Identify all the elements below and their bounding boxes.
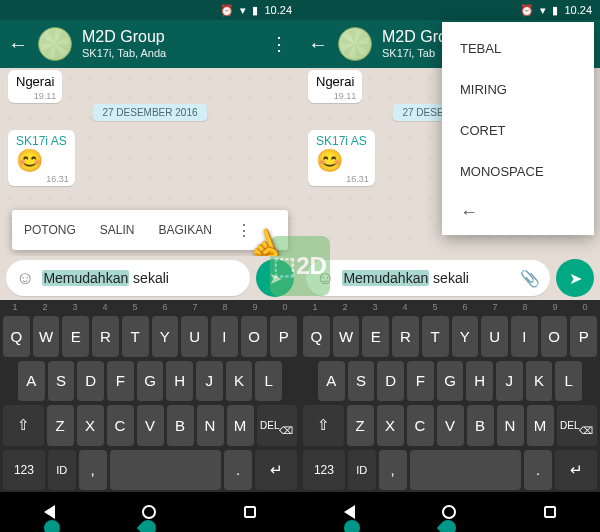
key-s[interactable]: S xyxy=(348,361,375,402)
key-q[interactable]: Q xyxy=(303,316,330,357)
key-o[interactable]: O xyxy=(541,316,568,357)
key-z[interactable]: Z xyxy=(47,405,74,446)
format-strike[interactable]: CORET xyxy=(442,110,594,151)
format-bold[interactable]: TEBAL xyxy=(442,28,594,69)
key-r[interactable]: R xyxy=(392,316,419,357)
send-button[interactable]: ➤ xyxy=(556,259,594,297)
key-enter[interactable]: ↵ xyxy=(555,450,597,491)
key-delete[interactable]: DEL⌫ xyxy=(557,405,598,446)
key-n[interactable]: N xyxy=(497,405,524,446)
keyboard: 1234567890 QWERTYUIOP ASDFGHJKL ⇧ ZXCVBN… xyxy=(300,300,600,492)
key-h[interactable]: H xyxy=(466,361,493,402)
key-l[interactable]: L xyxy=(255,361,282,402)
key-shift[interactable]: ⇧ xyxy=(3,405,44,446)
key-t[interactable]: T xyxy=(122,316,149,357)
key-t[interactable]: T xyxy=(422,316,449,357)
back-nav-icon[interactable] xyxy=(344,505,355,519)
key-a[interactable]: A xyxy=(18,361,45,402)
key-p[interactable]: P xyxy=(270,316,297,357)
key-l[interactable]: L xyxy=(555,361,582,402)
more-icon[interactable]: ⋮ xyxy=(266,33,292,55)
key-space[interactable] xyxy=(110,450,222,491)
key-a[interactable]: A xyxy=(318,361,345,402)
key-shift[interactable]: ⇧ xyxy=(303,405,344,446)
key-dot[interactable]: . xyxy=(224,450,252,491)
key-v[interactable]: V xyxy=(137,405,164,446)
key-g[interactable]: G xyxy=(437,361,464,402)
key-w[interactable]: W xyxy=(33,316,60,357)
key-numbers[interactable]: 123 xyxy=(303,450,345,491)
key-comma[interactable]: , xyxy=(79,450,107,491)
key-n[interactable]: N xyxy=(197,405,224,446)
back-nav-icon[interactable] xyxy=(44,505,55,519)
key-k[interactable]: K xyxy=(526,361,553,402)
key-o[interactable]: O xyxy=(241,316,268,357)
title-block[interactable]: M2D Group SK17i, Tab, Anda xyxy=(82,28,256,59)
home-nav-icon[interactable] xyxy=(142,505,156,519)
key-y[interactable]: Y xyxy=(452,316,479,357)
key-s[interactable]: S xyxy=(48,361,75,402)
key-lang[interactable]: ID xyxy=(48,450,76,491)
back-icon[interactable]: ← xyxy=(308,33,328,56)
key-e[interactable]: E xyxy=(62,316,89,357)
key-c[interactable]: C xyxy=(107,405,134,446)
key-f[interactable]: F xyxy=(407,361,434,402)
key-u[interactable]: U xyxy=(181,316,208,357)
message-text: Ngerai xyxy=(316,74,354,89)
back-icon[interactable]: ← xyxy=(8,33,28,56)
key-d[interactable]: D xyxy=(77,361,104,402)
key-g[interactable]: G xyxy=(137,361,164,402)
key-numbers[interactable]: 123 xyxy=(3,450,45,491)
key-j[interactable]: J xyxy=(196,361,223,402)
attach-icon[interactable]: 📎 xyxy=(520,269,540,288)
key-delete[interactable]: DEL⌫ xyxy=(257,405,298,446)
key-d[interactable]: D xyxy=(377,361,404,402)
key-comma[interactable]: , xyxy=(379,450,407,491)
key-h[interactable]: H xyxy=(166,361,193,402)
key-b[interactable]: B xyxy=(167,405,194,446)
key-x[interactable]: X xyxy=(377,405,404,446)
key-m[interactable]: M xyxy=(527,405,554,446)
key-z[interactable]: Z xyxy=(347,405,374,446)
copy-button[interactable]: SALIN xyxy=(88,223,147,237)
key-x[interactable]: X xyxy=(77,405,104,446)
cut-button[interactable]: POTONG xyxy=(12,223,88,237)
key-e[interactable]: E xyxy=(362,316,389,357)
key-y[interactable]: Y xyxy=(152,316,179,357)
status-bar: ⏰ ▾ ▮ 10.24 xyxy=(0,0,300,20)
share-button[interactable]: BAGIKAN xyxy=(146,223,223,237)
key-i[interactable]: I xyxy=(511,316,538,357)
recents-nav-icon[interactable] xyxy=(244,506,256,518)
key-c[interactable]: C xyxy=(407,405,434,446)
key-q[interactable]: Q xyxy=(3,316,30,357)
avatar[interactable] xyxy=(38,27,72,61)
format-italic[interactable]: MIRING xyxy=(442,69,594,110)
key-space[interactable] xyxy=(410,450,522,491)
key-lang[interactable]: ID xyxy=(348,450,376,491)
recents-nav-icon[interactable] xyxy=(544,506,556,518)
avatar[interactable] xyxy=(338,27,372,61)
message-input[interactable]: ☺ Memudahkan sekali 📎 xyxy=(306,260,550,296)
message-bubble[interactable]: SK17i AS 😊 16.31 xyxy=(308,130,375,186)
key-k[interactable]: K xyxy=(226,361,253,402)
key-enter[interactable]: ↵ xyxy=(255,450,297,491)
emoji-picker-icon[interactable]: ☺ xyxy=(16,268,34,289)
key-j[interactable]: J xyxy=(496,361,523,402)
key-r[interactable]: R xyxy=(92,316,119,357)
key-f[interactable]: F xyxy=(107,361,134,402)
key-b[interactable]: B xyxy=(467,405,494,446)
message-bubble[interactable]: Ngerai 19.11 xyxy=(8,70,62,103)
key-p[interactable]: P xyxy=(570,316,597,357)
key-m[interactable]: M xyxy=(227,405,254,446)
key-dot[interactable]: . xyxy=(524,450,552,491)
key-u[interactable]: U xyxy=(481,316,508,357)
home-nav-icon[interactable] xyxy=(442,505,456,519)
key-w[interactable]: W xyxy=(333,316,360,357)
message-bubble[interactable]: SK17i AS 😊 16.31 xyxy=(8,130,75,186)
format-monospace[interactable]: MONOSPACE xyxy=(442,151,594,192)
key-v[interactable]: V xyxy=(437,405,464,446)
menu-back-arrow-icon[interactable]: ← xyxy=(442,192,594,229)
key-i[interactable]: I xyxy=(211,316,238,357)
message-input[interactable]: ☺ Memudahkan sekali xyxy=(6,260,250,296)
message-bubble[interactable]: Ngerai 19.11 xyxy=(308,70,362,103)
